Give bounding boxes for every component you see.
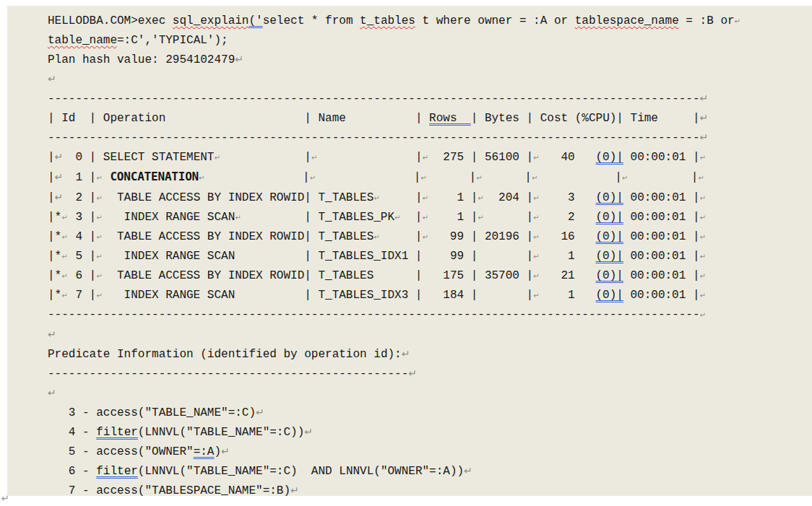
text-line: Plan hash value: 2954102479↵ xyxy=(48,50,812,69)
text-segment: |* xyxy=(48,211,61,224)
line-break-mark-icon: ↵ xyxy=(533,248,540,266)
line-break-mark-icon: ↵ xyxy=(61,248,69,266)
return-mark-icon: ↵ xyxy=(55,167,62,186)
text-line: 3 - access("TABLE_NAME"=:C)↵ xyxy=(48,403,812,422)
line-break-mark-icon: ↵ xyxy=(700,189,707,208)
text-segment: 3 | xyxy=(69,211,96,224)
text-segment: | xyxy=(485,211,533,224)
text-segment: 1 | xyxy=(429,211,478,224)
text-line: |*↵ 6 |↵ TABLE ACCESS BY INDEX ROWID| T_… xyxy=(48,266,812,286)
line-break-mark-icon: ↵ xyxy=(61,267,69,286)
line-break-mark-icon: ↵ xyxy=(700,267,707,286)
return-mark-icon: ↵ xyxy=(48,383,55,402)
text-segment: 5 | xyxy=(69,250,96,263)
grammar-underline-text: Rows xyxy=(429,112,471,125)
return-mark-icon: ↵ xyxy=(55,147,62,166)
return-mark-icon: ↵ xyxy=(464,461,471,480)
bold-text-segment: CONCATENATION xyxy=(110,170,199,183)
text-line: |↵ 2 |↵ TABLE ACCESS BY INDEX ROWID| T_T… xyxy=(48,188,812,208)
line-break-mark-icon: ↵ xyxy=(478,209,485,227)
line-break-mark-icon: ↵ xyxy=(533,189,540,208)
line-break-mark-icon: ↵ xyxy=(96,248,103,266)
text-segment: 4 | xyxy=(69,230,96,243)
text-segment: 00:00:01 | xyxy=(623,230,700,243)
spellcheck-squiggle-text: t_tables xyxy=(360,14,415,27)
grammar-underline-text: filter xyxy=(96,426,138,439)
line-break-mark-icon: ↵ xyxy=(735,12,742,31)
text-segment: 4 - xyxy=(48,426,96,439)
spellcheck-squiggle-text: sql_explain xyxy=(173,14,249,27)
text-segment: | xyxy=(316,171,420,184)
text-segment: ----------------------------------------… xyxy=(48,367,408,380)
grammar-underline-text: (0)| xyxy=(596,151,623,164)
text-segment: 6 - xyxy=(48,465,96,478)
text-segment: 00:00:01 | xyxy=(623,151,700,164)
text-segment: |* xyxy=(48,250,61,263)
grammar-underline-text: (' xyxy=(249,14,262,27)
line-break-mark-icon: ↵ xyxy=(61,287,69,305)
line-break-mark-icon: ↵ xyxy=(420,169,428,188)
text-segment: INDEX RANGE SCAN | T_TABLES_IDX1 | 99 | … xyxy=(103,250,533,263)
text-segment xyxy=(103,171,111,184)
text-segment: 275 | 56100 | xyxy=(429,151,533,164)
spellcheck-squiggle-text: table_name xyxy=(48,34,117,47)
line-break-mark-icon: ↵ xyxy=(533,228,540,247)
text-line: | Id | Operation | Name | Rows | Bytes |… xyxy=(48,108,812,128)
text-segment: | xyxy=(381,191,423,204)
text-segment: =:C','TYPICAL'); xyxy=(117,34,228,47)
return-mark-icon: ↵ xyxy=(256,403,263,422)
text-segment: TABLE ACCESS BY INDEX ROWID| T_TABLES | … xyxy=(103,269,533,282)
text-line: ----------------------------------------… xyxy=(48,89,812,108)
return-mark-icon: ↵ xyxy=(408,364,415,383)
text-segment: | Bytes | Cost (%CPU)| Time | xyxy=(471,112,700,125)
grammar-underline-text: (0)| xyxy=(596,289,623,302)
line-break-mark-icon: ↵ xyxy=(700,228,707,247)
text-segment: 00:00:01 | xyxy=(623,289,700,302)
text-segment: INDEX RANGE SCAN xyxy=(103,211,235,224)
grammar-underline-text: filter xyxy=(96,465,138,478)
line-break-mark-icon: ↵ xyxy=(533,267,540,286)
line-break-mark-icon: ↵ xyxy=(235,209,242,227)
text-segment: 00:00:01 | xyxy=(623,250,700,263)
return-mark-icon: ↵ xyxy=(55,188,62,206)
text-segment: 00:00:01 | xyxy=(623,211,700,224)
return-mark-icon: ↵ xyxy=(304,422,311,441)
text-segment: 6 | xyxy=(69,269,96,282)
text-segment: select * from xyxy=(263,14,360,27)
grammar-underline-text: =:A xyxy=(194,445,215,458)
line-break-mark-icon: ↵ xyxy=(422,149,429,167)
text-segment: | xyxy=(318,151,422,164)
line-break-mark-icon: ↵ xyxy=(214,149,221,167)
grammar-underline-text: (0)| xyxy=(596,269,623,282)
line-break-mark-icon: ↵ xyxy=(422,228,429,247)
line-break-mark-icon: ↵ xyxy=(96,209,103,227)
return-mark-icon: ↵ xyxy=(700,108,707,127)
return-mark-icon: ↵ xyxy=(48,69,55,88)
text-segment: 40 xyxy=(540,151,596,164)
text-segment: | xyxy=(48,171,55,184)
line-break-mark-icon: ↵ xyxy=(533,149,540,167)
grammar-underline-text: (0)| xyxy=(596,191,623,204)
text-segment: (LNNVL("TABLE_NAME"=:C) AND LNNVL("OWNER… xyxy=(138,465,464,478)
text-line: ----------------------------------------… xyxy=(48,128,812,147)
text-segment: |* xyxy=(48,230,61,243)
text-segment: t where owner = :A or xyxy=(415,14,575,27)
text-segment: TABLE ACCESS BY INDEX ROWID| T_TABLES xyxy=(103,191,373,204)
line-break-mark-icon: ↵ xyxy=(533,209,540,227)
paragraph-mark-icon: ↵ xyxy=(1,493,9,504)
text-segment: | xyxy=(483,171,532,184)
text-segment: |* xyxy=(48,289,61,302)
text-segment: (LNNVL("TABLE_NAME"=:C)) xyxy=(138,426,304,439)
line-break-mark-icon: ↵ xyxy=(698,169,705,188)
text-segment: ----------------------------------------… xyxy=(48,308,700,321)
text-segment: | xyxy=(206,171,310,184)
text-segment: Plan hash value: 2954102479 xyxy=(48,53,235,66)
line-break-mark-icon: ↵ xyxy=(533,287,540,305)
text-line: 7 - access("TABLESPACE_NAME"=:B)↵ xyxy=(48,481,812,496)
line-break-mark-icon: ↵ xyxy=(700,149,707,167)
text-line: HELLODBA.COM>exec sql_explain('select * … xyxy=(48,12,812,31)
text-segment: Predicate Information (identified by ope… xyxy=(48,348,402,361)
return-mark-icon: ↵ xyxy=(290,481,298,496)
text-line: |*↵ 7 |↵ INDEX RANGE SCAN | T_TABLES_IDX… xyxy=(48,286,812,305)
return-mark-icon: ↵ xyxy=(700,128,707,147)
